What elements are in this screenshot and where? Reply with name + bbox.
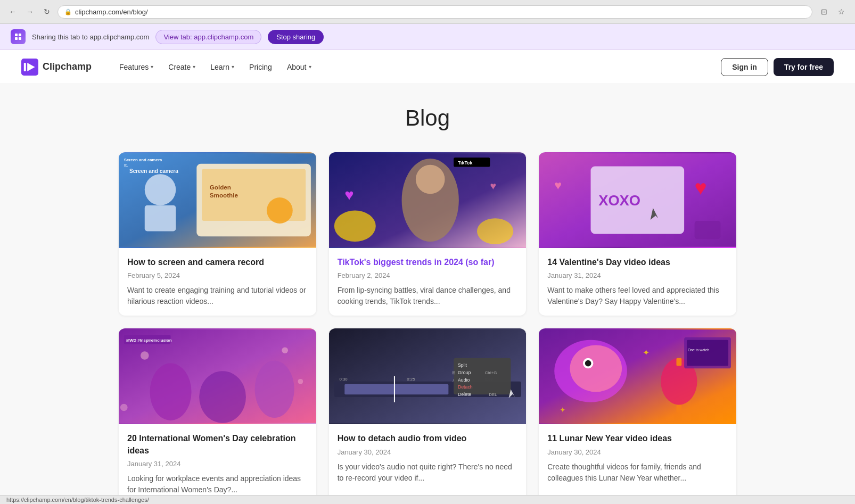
sign-in-button[interactable]: Sign in: [721, 58, 768, 76]
svg-rect-6: [24, 63, 26, 71]
card-date-3: January 31, 2024: [547, 271, 728, 279]
svg-point-37: [199, 371, 246, 424]
card-image-2: TikTok ♥ ♥: [329, 152, 527, 248]
nav-features[interactable]: Features ▾: [113, 59, 160, 76]
svg-text:♥: ♥: [344, 186, 353, 203]
svg-point-25: [477, 218, 513, 244]
svg-text:♥: ♥: [695, 176, 707, 199]
nav-create[interactable]: Create ▾: [162, 59, 202, 76]
card-body-2: TikTok's biggest trends in 2024 (so far)…: [329, 248, 527, 316]
svg-rect-9: [145, 205, 176, 232]
card-body-4: 20 International Women's Day celebration…: [119, 424, 316, 504]
bookmark-button[interactable]: ☆: [834, 4, 849, 19]
card-excerpt-6: Create thoughtful videos for family, fri…: [547, 461, 728, 484]
sharing-icon: [11, 29, 26, 44]
svg-text:Screen and camera: Screen and camera: [124, 158, 162, 162]
nav-pricing[interactable]: Pricing: [243, 59, 278, 76]
card-title-1: How to screen and camera record: [127, 257, 308, 268]
svg-text:Ctrl+G: Ctrl+G: [484, 370, 497, 375]
nav-about[interactable]: About ▾: [281, 59, 318, 76]
logo-text: Clipchamp: [43, 61, 92, 72]
logo[interactable]: Clipchamp: [21, 59, 92, 76]
svg-text:✦: ✦: [560, 407, 566, 415]
svg-point-63: [570, 345, 622, 392]
svg-point-40: [282, 348, 288, 354]
stop-sharing-button[interactable]: Stop sharing: [268, 30, 324, 44]
navigation: Clipchamp Features ▾ Create ▾ Learn ▾ Pr…: [0, 50, 855, 84]
card-excerpt-1: Want to create engaging training and tut…: [127, 285, 308, 307]
browser-actions: ⊡ ☆: [817, 4, 849, 19]
view-tab-button[interactable]: View tab: app.clipchamp.com: [155, 30, 261, 44]
card-title-4: 20 International Women's Day celebration…: [127, 433, 308, 457]
card-excerpt-5: Is your video's audio not quite right? T…: [338, 461, 518, 484]
card-image-6: One to watch ✦ ✦: [539, 328, 736, 424]
blog-card-3[interactable]: XOXO ♥ ♥ 14 Valentine's Day video ideas …: [539, 152, 736, 316]
svg-rect-1: [19, 34, 21, 36]
address-bar[interactable]: 🔒 clipchamp.com/en/blog/: [57, 5, 812, 19]
svg-rect-32: [695, 221, 721, 239]
svg-rect-0: [15, 34, 18, 36]
blog-card-5[interactable]: 0:30 0:25 0:30 Split Group Ctrl+G Audio …: [329, 328, 527, 504]
svg-rect-45: [344, 384, 448, 395]
svg-point-39: [141, 352, 149, 360]
back-button[interactable]: ←: [6, 5, 19, 18]
card-title-6: 11 Lunar New Year video ideas: [547, 433, 728, 444]
svg-text:One to watch: One to watch: [688, 349, 709, 352]
svg-text:0:25: 0:25: [407, 377, 415, 382]
url-text: clipchamp.com/en/blog/: [75, 8, 148, 16]
chevron-down-icon: ▾: [309, 64, 311, 70]
svg-rect-3: [19, 37, 21, 40]
nav-links: Features ▾ Create ▾ Learn ▾ Pricing Abou…: [113, 59, 721, 76]
svg-text:Split: Split: [458, 363, 467, 368]
status-bar: https://clipchamp.com/en/blog/tiktok-tre…: [0, 495, 855, 504]
svg-text:01: 01: [124, 163, 128, 167]
svg-point-14: [267, 197, 293, 224]
svg-text:TikTok: TikTok: [458, 160, 473, 166]
forward-button[interactable]: →: [23, 5, 36, 18]
lock-icon: 🔒: [64, 9, 72, 15]
card-image-5: 0:30 0:25 0:30 Split Group Ctrl+G Audio …: [329, 328, 527, 424]
chevron-down-icon: ▾: [232, 64, 234, 70]
blog-card-6[interactable]: One to watch ✦ ✦ 11 Lunar New Year video…: [539, 328, 736, 504]
blog-card-1[interactable]: Golden Smoothie Screen and camera 01 How…: [119, 152, 316, 316]
card-excerpt-3: Want to make others feel loved and appre…: [547, 285, 728, 307]
nav-learn-label: Learn: [210, 63, 229, 71]
nav-pricing-label: Pricing: [249, 63, 272, 71]
nav-create-label: Create: [168, 63, 191, 71]
svg-point-24: [334, 211, 375, 242]
blog-card-4[interactable]: #IWD #InspireInclusion 20 International …: [119, 328, 316, 504]
svg-point-21: [416, 165, 445, 194]
card-body-5: How to detach audio from video January 3…: [329, 424, 527, 492]
svg-text:Golden: Golden: [210, 184, 231, 191]
svg-point-38: [255, 361, 294, 418]
svg-point-65: [585, 360, 591, 367]
reload-button[interactable]: ↻: [40, 5, 53, 18]
svg-point-42: [120, 404, 128, 411]
svg-text:♥: ♥: [555, 178, 562, 192]
main-content: Blog: [108, 84, 747, 504]
card-image-4: #IWD #InspireInclusion: [119, 328, 316, 424]
card-date-5: January 30, 2024: [338, 448, 518, 456]
blog-card-2[interactable]: TikTok ♥ ♥ TikTok's biggest trends in 20…: [329, 152, 527, 316]
nav-learn[interactable]: Learn ▾: [204, 59, 241, 76]
card-body-3: 14 Valentine's Day video ideas January 3…: [539, 248, 736, 316]
try-for-free-button[interactable]: Try for free: [774, 58, 834, 76]
cast-button[interactable]: ⊡: [817, 4, 832, 19]
nav-about-label: About: [287, 63, 307, 71]
card-body-1: How to screen and camera record February…: [119, 248, 316, 316]
svg-rect-46: [394, 376, 395, 402]
card-image-3: XOXO ♥ ♥: [539, 152, 736, 248]
card-title-2: TikTok's biggest trends in 2024 (so far): [338, 257, 518, 268]
card-date-1: February 5, 2024: [127, 271, 308, 279]
svg-rect-2: [15, 37, 18, 40]
svg-text:0:30: 0:30: [339, 377, 348, 382]
svg-point-41: [298, 379, 303, 384]
svg-text:Group: Group: [458, 370, 471, 375]
svg-point-8: [145, 174, 176, 205]
svg-text:#IWD #InspireInclusion: #IWD #InspireInclusion: [126, 338, 172, 343]
card-excerpt-4: Looking for workplace events and appreci…: [127, 473, 308, 495]
svg-text:♥: ♥: [490, 180, 496, 192]
card-date-2: February 2, 2024: [338, 271, 518, 279]
svg-rect-70: [687, 340, 728, 366]
card-title-3: 14 Valentine's Day video ideas: [547, 257, 728, 268]
